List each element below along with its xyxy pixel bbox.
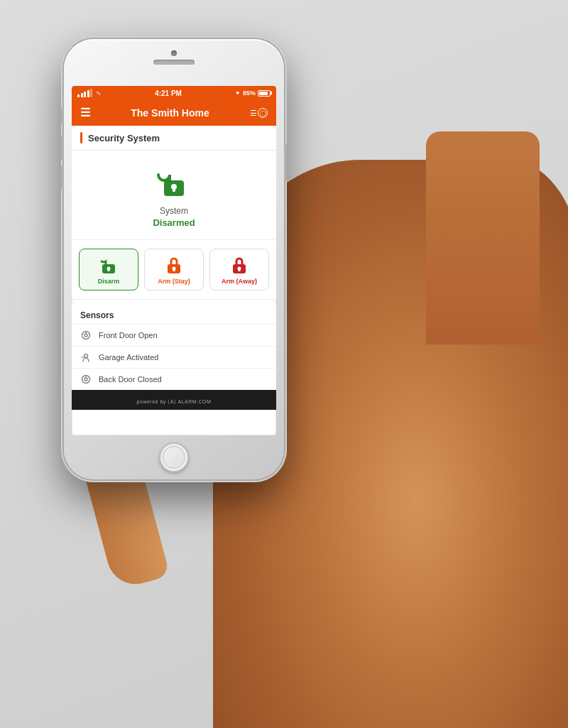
status-time: 4:21 PM [155,89,182,97]
front-door-icon [80,330,92,341]
battery-percent: 85% [243,89,256,97]
svg-line-16 [82,357,83,358]
arm-away-button[interactable]: Arm (Away) [209,249,269,290]
svg-point-15 [84,354,88,358]
lock-status-icon [154,162,194,202]
powered-by-text: powered by ⟨A⟩ ALARM.COM [137,399,212,404]
disarm-label: Disarm [98,278,120,285]
section-title: Security System [88,133,160,143]
svg-point-13 [84,334,87,337]
arm-stay-button[interactable]: Arm (Stay) [144,249,204,290]
sensor-garage[interactable]: Garage Activated [72,346,276,368]
sensor-front-door[interactable]: Front Door Open [72,324,276,346]
speaker-grille [153,60,195,65]
signal-area: ∿ [77,89,102,97]
phone-screen: ∿ 4:21 PM ✦ 85% ☰ The Smith H [72,86,276,435]
status-right: ✦ 85% [235,89,271,97]
action-buttons-row: Disarm Arm (Stay) [72,240,276,300]
svg-rect-2 [173,188,175,192]
section-accent-bar [80,132,82,143]
battery-fill [259,92,268,95]
sensors-title: Sensors [72,304,276,324]
svg-rect-11 [239,268,241,271]
volume-down-button[interactable] [61,165,64,190]
garage-label: Garage Activated [99,353,158,362]
system-status-area: System Disarmed [72,151,276,240]
back-door-label: Back Door Closed [99,375,162,384]
arm-stay-label: Arm (Stay) [158,278,190,285]
disarm-button[interactable]: Disarm [79,249,138,290]
mute-button[interactable] [61,109,64,124]
system-label: System [160,206,188,216]
menu-button[interactable]: ☰ [80,107,90,119]
phone-wrapper: ∿ 4:21 PM ✦ 85% ☰ The Smith H [64,39,284,479]
front-door-label: Front Door Open [99,331,158,339]
battery-icon [258,90,271,97]
back-door-icon [80,374,92,385]
bluetooth-icon: ✦ [235,89,241,97]
arm-away-label: Arm (Away) [222,278,257,285]
section-header: Security System [72,126,276,151]
svg-rect-5 [108,268,110,271]
status-bar: ∿ 4:21 PM ✦ 85% [72,86,276,100]
sensors-section: Sensors Front Door Open [72,304,276,390]
app-header: ☰ The Smith Home ☰ ◯ [72,100,276,126]
app-title: The Smith Home [131,107,209,119]
garage-icon [80,352,92,363]
sensor-back-door[interactable]: Back Door Closed [72,368,276,390]
phone-top-area [124,50,224,65]
home-button[interactable] [159,442,189,472]
svg-rect-8 [173,268,175,271]
svg-point-18 [84,378,87,381]
wifi-icon: ∿ [96,89,102,97]
powered-by-footer: powered by ⟨A⟩ ALARM.COM [72,390,276,410]
system-status-text: Disarmed [153,217,195,228]
scene-container: ∿ 4:21 PM ✦ 85% ☰ The Smith H [0,0,568,728]
schedule-button[interactable]: ☰ ◯ [250,108,268,118]
front-camera [171,50,177,56]
phone-shell: ∿ 4:21 PM ✦ 85% ☰ The Smith H [64,39,284,479]
power-button[interactable] [284,144,287,181]
home-button-ring [163,446,185,469]
volume-up-button[interactable] [61,136,64,160]
